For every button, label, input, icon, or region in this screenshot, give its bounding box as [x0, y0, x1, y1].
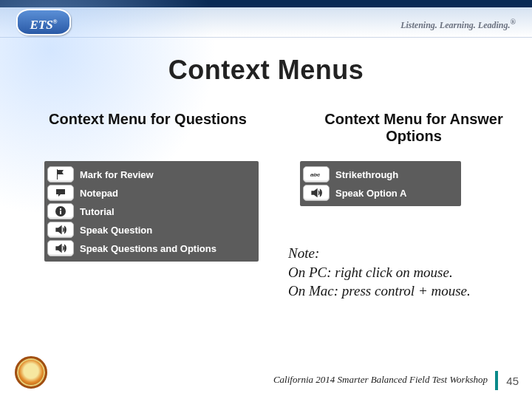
state-seal-icon [15, 356, 47, 389]
strike-icon: abc [303, 166, 330, 183]
menu-item-label: Speak Option A [335, 188, 406, 199]
ets-logo-text: ETS [30, 18, 52, 32]
menu-item-speak-question[interactable]: Speak Question [47, 222, 254, 238]
note-line: On Mac: press control + mouse. [288, 282, 525, 301]
note-block: Note: On PC: right click on mouse. On Ma… [288, 244, 525, 301]
speech-icon [47, 185, 74, 201]
menu-item-tutorial[interactable]: Tutorial [47, 203, 254, 219]
context-menu-questions: Mark for Review Notepad Tutorial Speak Q… [44, 161, 259, 262]
header-stripe [0, 0, 532, 7]
tagline-text: Listening. Learning. Leading. [400, 20, 510, 30]
svg-rect-2 [60, 208, 61, 210]
menu-item-label: Speak Questions and Options [80, 243, 216, 254]
menu-item-label: Mark for Review [80, 169, 154, 180]
note-line: On PC: right click on mouse. [288, 263, 525, 282]
menu-item-speak-questions-and-options[interactable]: Speak Questions and Options [47, 240, 254, 256]
menu-item-label: Tutorial [80, 206, 115, 217]
speaker-icon [47, 240, 74, 256]
menu-item-label: Strikethrough [335, 169, 398, 180]
flag-icon [47, 166, 74, 183]
speaker-icon [47, 222, 74, 238]
svg-text:abc: abc [310, 171, 320, 178]
tagline: Listening. Learning. Leading.® [400, 18, 516, 31]
ets-logo: ETS® [16, 9, 71, 35]
menu-item-strikethrough[interactable]: abc Strikethrough [303, 166, 457, 183]
footer-text: California 2014 Smarter Balanced Field T… [273, 374, 488, 386]
footer-divider [495, 371, 498, 390]
menu-item-label: Speak Question [80, 225, 152, 236]
header-divider [0, 37, 532, 38]
speaker-icon [303, 185, 330, 201]
menu-item-speak-option-a[interactable]: Speak Option A [303, 185, 457, 201]
column-heading-answers: Context Menu for Answer Options [296, 111, 532, 145]
info-icon [47, 203, 74, 219]
slide: ETS® Listening. Learning. Leading.® Cont… [0, 0, 532, 399]
menu-item-notepad[interactable]: Notepad [47, 185, 254, 201]
note-line: Note: [288, 244, 525, 263]
column-heading-questions: Context Menu for Questions [30, 111, 266, 128]
svg-rect-1 [60, 211, 61, 214]
menu-item-mark-for-review[interactable]: Mark for Review [47, 166, 254, 183]
menu-item-label: Notepad [80, 188, 118, 199]
footer-page-number: 45 [506, 375, 519, 387]
context-menu-answers: abc Strikethrough Speak Option A [300, 161, 461, 206]
page-title: Context Menus [0, 55, 532, 86]
